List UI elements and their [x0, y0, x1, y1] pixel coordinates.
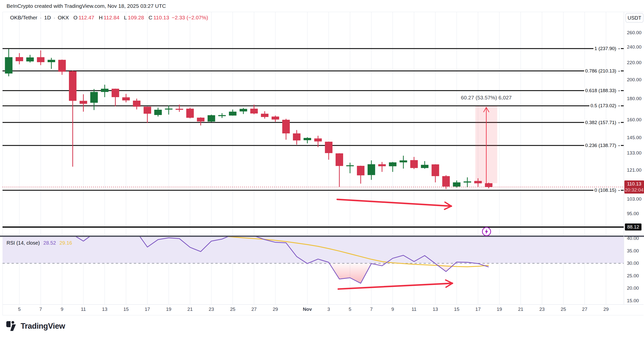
candle-body-oct-14[interactable] — [112, 89, 119, 97]
candle-body-nov-11[interactable] — [410, 160, 418, 168]
candle-body-oct-31[interactable] — [293, 133, 300, 140]
tradingview-chart-screenshot: BeInCrypto created with TradingView.com,… — [0, 0, 644, 339]
rsi-oversold-fill — [329, 263, 386, 283]
tradingview-logo-icon — [6, 321, 18, 331]
candle-body-oct-11[interactable] — [79, 101, 87, 104]
bar-countdown: 20:32:04 — [624, 187, 644, 193]
candle-body-oct-28[interactable] — [261, 114, 268, 117]
lightning-icon[interactable] — [482, 227, 491, 236]
price-tick-95.00: 95.00 — [627, 211, 639, 216]
candle-body-oct-7[interactable] — [37, 57, 45, 62]
candle-body-oct-13[interactable] — [101, 89, 108, 92]
ohlc-high: H 112.84 — [99, 15, 119, 21]
price-tick-145.00: 145.00 — [627, 135, 641, 140]
candle-body-nov-4[interactable] — [336, 153, 343, 166]
price-tick-133.00: 133.00 — [627, 150, 641, 156]
price-tick-160.00: 160.00 — [627, 117, 641, 123]
candle-body-oct-22[interactable] — [197, 118, 205, 121]
candle-body-oct-26[interactable] — [239, 109, 247, 111]
separator: · — [53, 15, 55, 21]
time-tick-7: 7 — [370, 307, 373, 312]
fib-tick-dash: - — [618, 120, 620, 125]
time-tick-17: 17 — [475, 307, 481, 312]
time-tick-19: 19 — [497, 307, 502, 312]
time-tick-9: 9 — [391, 307, 394, 312]
currency-button[interactable]: USDT — [625, 13, 643, 23]
time-tick-13: 13 — [102, 307, 107, 312]
support-price-badge: 88.12 — [625, 223, 641, 231]
time-tick-19: 19 — [166, 307, 171, 312]
candle-body-nov-17[interactable] — [474, 181, 482, 183]
candle-body-oct-17[interactable] — [144, 107, 151, 114]
fib-label-0.618: 0.618 (188.33)- — [584, 88, 621, 94]
chart-canvas[interactable] — [0, 0, 644, 339]
pane-divider[interactable] — [0, 236, 644, 237]
candle-body-nov-3[interactable] — [325, 142, 333, 153]
candle-body-nov-14[interactable] — [442, 176, 450, 186]
rsi-tick-40.00: 40.00 — [627, 236, 639, 241]
candle-body-oct-12[interactable] — [90, 92, 98, 103]
tradingview-logo[interactable]: TradingView — [6, 321, 65, 331]
candle-body-oct-25[interactable] — [229, 112, 236, 116]
candle-body-nov-8[interactable] — [378, 164, 386, 166]
timeframe[interactable]: 1D — [44, 15, 51, 21]
price-tick-200.00: 200.00 — [627, 77, 641, 83]
candle-body-oct-5[interactable] — [16, 57, 23, 61]
candle-body-nov-5[interactable] — [346, 165, 354, 166]
candle-body-nov-1[interactable] — [304, 138, 311, 140]
candle-body-oct-21[interactable] — [186, 109, 194, 118]
candle-body-nov-9[interactable] — [389, 162, 396, 166]
price-change: −2.33 (−2.07%) — [172, 15, 208, 21]
candle-body-nov-13[interactable] — [432, 164, 439, 176]
candle-body-nov-15[interactable] — [453, 182, 460, 187]
candle-body-oct-4[interactable] — [5, 57, 13, 73]
candle-body-oct-9[interactable] — [58, 60, 66, 72]
candle-body-nov-6[interactable] — [357, 166, 365, 175]
time-tick-7: 7 — [39, 307, 42, 312]
time-tick-21: 21 — [187, 307, 193, 312]
measurement-label: 60.27 (53.57%) 6,027 — [461, 95, 512, 101]
fib-tick-dash: - — [618, 187, 620, 193]
candle-body-oct-19[interactable] — [165, 108, 173, 109]
candle-body-oct-15[interactable] — [122, 97, 130, 100]
ohlc-open: O 112.47 — [73, 15, 94, 21]
candle-body-nov-16[interactable] — [464, 181, 471, 182]
candle-body-nov-18[interactable] — [485, 183, 493, 187]
candle-body-oct-24[interactable] — [218, 115, 226, 116]
candle-body-nov-7[interactable] — [368, 164, 375, 175]
fib-tick-dash: - — [618, 68, 620, 74]
candle-body-oct-30[interactable] — [282, 120, 290, 133]
candle-body-oct-27[interactable] — [250, 109, 258, 114]
fib-label-0.236: 0.236 (138.77)- — [584, 142, 621, 148]
time-tick-17: 17 — [145, 307, 150, 312]
fib-label-0.786: 0.786 (210.13)- — [584, 68, 621, 74]
candle-body-oct-6[interactable] — [26, 57, 34, 61]
time-tick-25: 25 — [561, 307, 566, 312]
candle-body-nov-12[interactable] — [421, 165, 428, 168]
tradingview-logo-text: TradingView — [21, 322, 65, 331]
candle-body-oct-29[interactable] — [272, 117, 279, 120]
lightning-bolt-glyph — [484, 229, 489, 235]
candle-body-oct-18[interactable] — [154, 110, 162, 115]
time-tick-27: 27 — [582, 307, 587, 312]
fib-tick-dash: - — [618, 46, 620, 51]
time-tick-25: 25 — [230, 307, 235, 312]
fib-tick-dash: - — [618, 88, 620, 93]
time-tick-29: 29 — [273, 307, 278, 312]
candle-body-oct-23[interactable] — [208, 115, 215, 122]
ohlc-close: C 110.13 — [149, 15, 169, 21]
time-tick-5: 5 — [349, 307, 351, 312]
price-tick-121.00: 121.00 — [627, 167, 641, 173]
candle-body-oct-20[interactable] — [176, 109, 183, 110]
candle-body-oct-8[interactable] — [48, 60, 55, 62]
trend-arrow-price[interactable] — [337, 199, 452, 206]
candle-body-oct-16[interactable] — [133, 101, 140, 107]
candles-layer[interactable] — [5, 49, 493, 189]
time-tick-11: 11 — [81, 307, 86, 312]
candle-body-nov-2[interactable] — [314, 138, 322, 141]
candle-body-oct-10[interactable] — [69, 71, 76, 101]
candle-body-nov-10[interactable] — [399, 160, 407, 162]
rsi-label[interactable]: RSI (14, close) — [7, 240, 40, 246]
symbol-name[interactable]: OKB/Tether — [10, 15, 37, 21]
price-tick-103.00: 103.00 — [627, 196, 641, 202]
